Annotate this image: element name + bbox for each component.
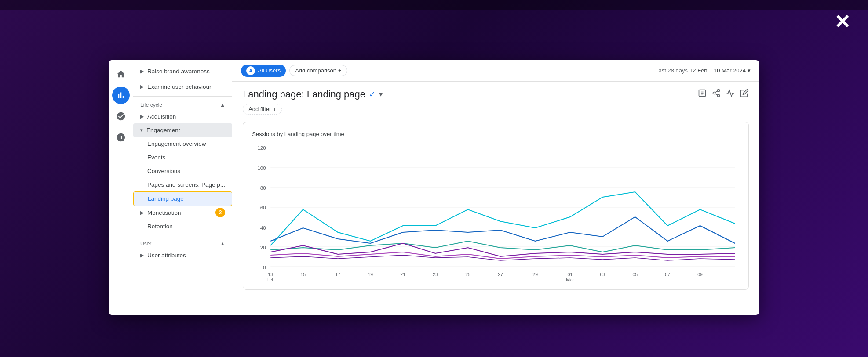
arrow-icon: ▾ — [140, 127, 143, 133]
sidebar-item-events[interactable]: Events — [133, 151, 232, 164]
svg-text:25: 25 — [465, 272, 470, 277]
sidebar-icon-rail — [109, 60, 133, 315]
divider — [133, 96, 232, 97]
sidebar-icon-analytics[interactable] — [112, 87, 130, 104]
svg-text:15: 15 — [300, 272, 306, 277]
svg-text:05: 05 — [633, 272, 638, 277]
sidebar-item-engagement-overview[interactable]: Engagement overview — [133, 137, 232, 151]
share-icon[interactable] — [712, 89, 721, 100]
svg-text:19: 19 — [368, 272, 373, 277]
arrow-icon: ▶ — [140, 69, 144, 74]
svg-line-5 — [715, 91, 718, 92]
chart-container: Sessions by Landing page over time 120 1… — [243, 122, 749, 290]
divider-2 — [133, 235, 232, 235]
content-area: Landing page: Landing page ✓ ▾ — [232, 82, 759, 315]
svg-text:80: 80 — [260, 185, 266, 191]
lifecycle-section-label: Life cycle ▲ — [133, 98, 232, 110]
svg-text:27: 27 — [498, 272, 503, 277]
badge-dot: 2 — [215, 208, 225, 217]
top-filter-bar: A All Users Add comparison + Last 28 day… — [232, 60, 759, 82]
svg-point-2 — [713, 92, 715, 94]
sidebar-icon-reports[interactable] — [112, 108, 130, 125]
bookmark-icon[interactable] — [698, 89, 707, 100]
svg-point-1 — [718, 90, 720, 92]
verified-badge-icon: ✓ — [369, 90, 376, 99]
chart-area: 120 100 80 60 40 20 0 — [252, 144, 740, 281]
sidebar-item-examine-user[interactable]: ▶ Examine user behaviour — [133, 79, 232, 94]
svg-text:Feb: Feb — [266, 278, 274, 281]
arrow-icon: ▶ — [140, 114, 144, 119]
sidebar-item-acquisition[interactable]: ▶ Acquisition — [133, 110, 232, 123]
edit-icon[interactable] — [740, 89, 749, 100]
date-range: Last 28 days 12 Feb – 10 Mar 2024 ▾ — [655, 67, 751, 74]
arrow-icon: ▶ — [140, 210, 144, 216]
svg-text:23: 23 — [433, 272, 438, 277]
svg-text:09: 09 — [697, 272, 703, 277]
page-title-row: Landing page: Landing page ✓ ▾ — [243, 89, 383, 100]
svg-line-4 — [715, 94, 718, 95]
user-section-label: User ▲ — [133, 237, 232, 249]
svg-text:21: 21 — [400, 272, 405, 277]
svg-text:20: 20 — [260, 245, 266, 250]
page-title: Landing page: Landing page — [243, 89, 365, 100]
svg-text:120: 120 — [257, 145, 266, 151]
svg-point-3 — [718, 94, 720, 97]
add-filter-button[interactable]: Add filter + — [243, 104, 282, 115]
sidebar-item-pages-screens[interactable]: Pages and screens: Page p... — [133, 178, 232, 191]
page-dropdown-icon[interactable]: ▾ — [379, 90, 383, 98]
sidebar-item-retention[interactable]: Retention — [133, 220, 232, 233]
sidebar-item-user-attributes[interactable]: ▶ User attributes — [133, 249, 232, 262]
sidebar-icon-explore[interactable] — [112, 129, 130, 146]
add-comparison-button[interactable]: Add comparison + — [289, 65, 347, 76]
segment-chip-all-users[interactable]: A All Users — [241, 65, 286, 77]
svg-text:60: 60 — [260, 205, 266, 210]
main-window: ▶ Raise brand awareness ▶ Examine user b… — [109, 60, 759, 315]
page-header: Landing page: Landing page ✓ ▾ — [243, 89, 749, 100]
svg-text:29: 29 — [532, 272, 538, 277]
svg-text:40: 40 — [260, 225, 266, 231]
arrow-icon: ▶ — [140, 84, 144, 90]
arrow-icon: ▶ — [140, 252, 144, 258]
sidebar-layout: ▶ Raise brand awareness ▶ Examine user b… — [109, 60, 232, 315]
chart-title: Sessions by Landing page over time — [252, 131, 740, 137]
svg-text:17: 17 — [336, 272, 341, 277]
close-button[interactable]: ✕ — [834, 12, 850, 32]
sidebar-icon-home[interactable] — [112, 65, 130, 83]
svg-text:07: 07 — [665, 272, 670, 277]
header-actions — [698, 89, 749, 100]
segment-avatar: A — [246, 66, 255, 75]
sidebar-item-landing-page[interactable]: Landing page — [133, 191, 232, 206]
yellow-dot-container: ▶ Monetisation 2 — [133, 206, 232, 220]
sidebar-item-engagement[interactable]: ▾ Engagement — [133, 123, 232, 137]
main-content: A All Users Add comparison + Last 28 day… — [232, 60, 759, 315]
svg-text:13: 13 — [268, 272, 274, 277]
svg-text:0: 0 — [263, 265, 266, 270]
filter-row: Add filter + — [243, 104, 749, 115]
chart-svg: 120 100 80 60 40 20 0 — [252, 144, 740, 281]
svg-text:03: 03 — [600, 272, 605, 277]
sidebar-item-monetisation[interactable]: ▶ Monetisation — [133, 206, 188, 220]
svg-text:Mar: Mar — [566, 278, 574, 281]
top-bar — [0, 0, 868, 10]
compare-icon[interactable] — [726, 89, 735, 100]
svg-text:01: 01 — [568, 272, 573, 277]
sidebar-content: ▶ Raise brand awareness ▶ Examine user b… — [133, 60, 232, 315]
sidebar-item-raise-brand[interactable]: ▶ Raise brand awareness — [133, 64, 232, 79]
sidebar-item-conversions[interactable]: Conversions — [133, 164, 232, 178]
svg-text:100: 100 — [257, 166, 266, 171]
